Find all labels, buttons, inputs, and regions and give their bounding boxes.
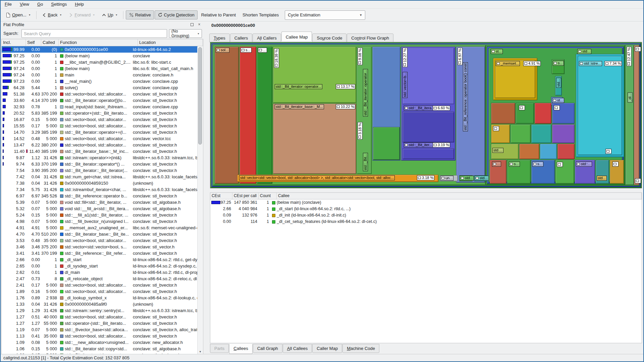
tab-control-flow-graph[interactable]: Control Flow Graph <box>347 34 393 42</box>
table-row[interactable]: 6.976.97345 526std::_Bit_reference::oper… <box>2 193 198 199</box>
toolbar-button-relative[interactable]: Relative <box>126 10 154 19</box>
treemap-cell[interactable] <box>519 144 539 159</box>
close-dock-icon[interactable]: × <box>197 22 202 27</box>
table-row[interactable]: 1.190.075 000std::_Bvector_base<std::all… <box>2 326 198 333</box>
callee-row[interactable]: 2.664 040 9841_dl_start (ld-linux-x86-64… <box>210 206 642 212</box>
grouping-combobox[interactable]: (No Grouping) ▼ <box>169 29 202 38</box>
treemap-cell[interactable] <box>625 45 634 185</box>
menu-item-settings[interactable]: Settings <box>47 1 71 9</box>
table-row[interactable]: 16.870.155 000std::vector<bool, std::all… <box>2 116 198 123</box>
scrollbar-thumb[interactable] <box>198 47 202 144</box>
event-type-combobox[interactable]: Cycle Estimation ▼ <box>285 10 365 20</box>
table-row[interactable]: 1.060.155 000std::_Bit_iterator std::cop… <box>2 346 198 352</box>
vertical-scrollbar[interactable]: ▼ <box>197 47 203 355</box>
treemap-cell[interactable] <box>634 45 639 185</box>
tab-caller-map[interactable]: Caller Map <box>312 344 342 353</box>
table-row[interactable]: 1.291.2931 426std::istream::sentry::sent… <box>2 307 198 314</box>
menu-item-help[interactable]: Help <box>71 1 88 9</box>
table-row[interactable]: 5.320.075 000void std::__fill_a<std::_Bi… <box>2 205 198 212</box>
table-row[interactable]: 2.410.175 000std::vector<bool, std::allo… <box>2 282 198 288</box>
table-row[interactable]: 9.746.33370 199std::_Bit_iterator::opera… <box>2 161 198 167</box>
table-row[interactable]: 2.620.011dl_mainld-linux-x86-64.so.2: rt… <box>2 269 198 276</box>
column-header-incl[interactable]: Incl. <box>2 39 26 46</box>
toolbar-button-up[interactable]: Up▼ <box>99 10 121 19</box>
table-row[interactable]: 2.660.001_dl_startld-linux-x86-64.so.2: … <box>2 256 198 263</box>
tab-all-callees[interactable]: All Callees <box>283 344 312 353</box>
table-row[interactable]: 3.463.46375 200std::vector<std::vector<b… <box>2 244 198 250</box>
table-row[interactable]: 64.285.441solve()conclave: conclave.cpp <box>2 84 198 91</box>
tab-all-callers[interactable]: All Callers <box>253 34 281 42</box>
table-row[interactable]: 7.380.0431 4260x0000000004859150(unknown… <box>2 180 198 186</box>
table-row[interactable]: 11.4011.40385 199std::_Bit_iterator_base… <box>2 148 198 155</box>
callee-row[interactable]: 0.001141_dl_cet_setup_features (ld-linux… <box>210 219 642 225</box>
table-row[interactable]: 3.530.4835 000std::vector<bool, std::all… <box>2 237 198 244</box>
table-row[interactable]: 15.550.175 000std::vector<bool, std::all… <box>2 123 198 129</box>
table-row[interactable]: 1.130.4135 000std::vector<bool, std::all… <box>2 333 198 339</box>
table-row[interactable]: 3.413.41370 199std::_Bit_reference::_Bit… <box>2 250 198 256</box>
tab-source-code[interactable]: Source Code <box>312 34 346 42</box>
menu-item-go[interactable]: Go <box>33 1 47 9</box>
treemap-cell[interactable] <box>273 104 356 174</box>
table-row[interactable]: 51.384.63370 200std::vector<bool, std::a… <box>2 91 198 97</box>
toolbar-button-open-[interactable]: Open...▼ <box>2 10 34 20</box>
treemap-cell[interactable] <box>552 124 575 143</box>
table-row[interactable]: 97.230.001__real_main()conclave: conclav… <box>2 78 198 84</box>
table-row[interactable]: 20.525.83385 199std::operator+(std::_Bit… <box>2 110 198 116</box>
table-row[interactable]: 1.890.165 000std::vector<bool, std::allo… <box>2 288 198 295</box>
table-row[interactable]: 1.271.2755 000std::operator-(std::_Bit_i… <box>2 320 198 326</box>
table-row[interactable]: 7.420.0431 426std::num_get<char, std::is… <box>2 174 198 180</box>
table-row[interactable]: 97.240.001mainconclave: conclave.h <box>2 72 198 78</box>
menu-item-file[interactable]: File <box>1 1 16 9</box>
tab-callees[interactable]: Callees <box>229 344 252 354</box>
table-row[interactable]: 5.240.155 000std::__fill_a1(std::_Bit_it… <box>2 212 198 218</box>
treemap-cell[interactable] <box>491 103 515 124</box>
tab-types[interactable]: Types <box>209 34 230 42</box>
column-header-self[interactable]: Self <box>26 39 41 46</box>
table-row[interactable]: 7.345.7531 426std::istreambuf_iterator<c… <box>2 186 198 193</box>
pane-splitter[interactable] <box>203 21 208 355</box>
table-row[interactable]: 1.090.085 000std::__new_allocator<unsign… <box>2 339 198 346</box>
table-row[interactable]: 1.760.892 938_dl_lookup_symbol_xld-linux… <box>2 295 198 301</box>
treemap-cell[interactable] <box>578 56 622 155</box>
treemap-cell[interactable] <box>239 47 256 184</box>
tab-machine-code[interactable]: Machine Code <box>342 344 379 353</box>
table-row[interactable]: 32.930.781read_input(std::basic_ifstream… <box>2 104 198 110</box>
toolbar-button-relative-to-parent[interactable]: Relative to Parent <box>198 10 239 19</box>
table-row[interactable]: 4.914.915 000__memset_avx2_unaligned_er.… <box>2 225 198 231</box>
treemap-cell[interactable] <box>540 144 557 159</box>
table-row[interactable]: 7.543.90395 200std::_Bit_iterator::_Bit_… <box>2 167 198 174</box>
toolbar-button-back[interactable]: Back▼ <box>39 10 65 19</box>
table-row[interactable]: 1.330.0431 4260x000000000485a9f0(unknown… <box>2 301 198 307</box>
treemap-cell[interactable] <box>531 124 551 143</box>
callees-column-count[interactable]: Count <box>259 193 277 199</box>
table-row[interactable]: 1.270.5140 000std::vector<bool, std::all… <box>2 314 198 320</box>
table-row[interactable]: 33.604.14370 199std::_Bit_iterator::oper… <box>2 97 198 104</box>
treemap-cell[interactable] <box>511 124 531 143</box>
table-row[interactable]: 2.470.738_dl_relocate_objectld-linux-x86… <box>2 276 198 282</box>
tab-call-graph[interactable]: Call Graph <box>253 344 282 353</box>
toolbar-button-shorten-templates[interactable]: Shorten Templates <box>239 10 282 19</box>
treemap-cell[interactable] <box>257 47 272 184</box>
table-row[interactable]: 99.990.00(0)0x000000000001ce00ld-linux-x… <box>2 46 198 53</box>
toolbar-button-cycle-detection[interactable]: Cycle Detection <box>155 10 198 19</box>
treemap-cell[interactable] <box>456 47 485 183</box>
callees-column-cest[interactable]: CEst <box>210 193 232 199</box>
treemap-cell[interactable] <box>373 127 400 160</box>
callee-row[interactable]: 0.09132 9761_dl_init (ld-linux-x86-64.so… <box>210 212 642 219</box>
table-row[interactable]: 4.980.075 000std::__fill_bvector_n(unsig… <box>2 218 198 225</box>
callee-row[interactable]: 97.25147 850 3611(below main) (conclave) <box>210 199 642 206</box>
treemap-cell[interactable] <box>402 48 454 104</box>
treemap-cell[interactable] <box>215 47 239 184</box>
column-header-function[interactable]: Function <box>59 39 138 46</box>
tab-callee-map[interactable]: Callee Map <box>281 32 312 41</box>
table-row[interactable]: 97.250.001__libc_start_main@@GLIBC_2....… <box>2 59 198 65</box>
table-row[interactable]: 5.390.075 000void std::fill<std::_Bit_it… <box>2 199 198 205</box>
table-row[interactable]: 97.250.001(below main)conclave <box>2 53 198 59</box>
float-dock-icon[interactable] <box>189 22 195 27</box>
table-row[interactable]: 13.476.22380 200std::vector<bool, std::a… <box>2 142 198 148</box>
column-header-location[interactable]: Location <box>138 39 203 46</box>
treemap-cell[interactable] <box>402 112 454 142</box>
treemap-cell[interactable] <box>402 148 454 159</box>
menu-item-view[interactable]: View <box>16 1 33 9</box>
tab-callers[interactable]: Callers <box>230 34 252 42</box>
